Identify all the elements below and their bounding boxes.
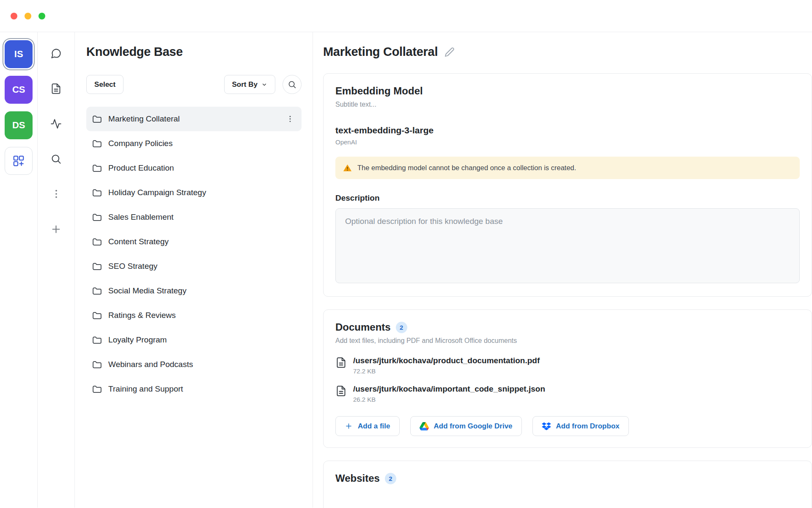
folder-row-content-strategy[interactable]: Content Strategy xyxy=(86,229,302,254)
folder-row-seo-strategy[interactable]: SEO Strategy xyxy=(86,254,302,279)
add-from-dropbox-button[interactable]: Add from Dropbox xyxy=(532,416,629,436)
folder-row-ratings-reviews[interactable]: Ratings & Reviews xyxy=(86,303,302,328)
file-row-important-code-snippet[interactable]: /users/jturk/kochava/important_code_snip… xyxy=(335,384,800,403)
folder-name: Marketing Collateral xyxy=(108,114,180,124)
folder-icon xyxy=(92,138,102,149)
folder-row-sales-enablement[interactable]: Sales Enablement xyxy=(86,205,302,229)
folder-row-holiday-campaign-strategy[interactable]: Holiday Campaign Strategy xyxy=(86,180,302,205)
folder-name: Product Education xyxy=(108,163,174,173)
nav-more-button[interactable] xyxy=(47,185,66,203)
document-icon xyxy=(50,83,62,94)
folder-name: Company Policies xyxy=(108,139,173,148)
documents-file-list: /users/jturk/kochava/product_documentati… xyxy=(335,356,800,403)
nav-add-button[interactable] xyxy=(47,220,66,238)
workspace-avatar-label: IS xyxy=(14,49,23,60)
plus-icon xyxy=(50,224,62,235)
file-size: 72.2 KB xyxy=(353,367,540,375)
folder-icon xyxy=(92,384,102,395)
add-file-button[interactable]: Add a file xyxy=(335,416,400,436)
close-window-button[interactable] xyxy=(11,13,17,19)
websites-count-badge: 2 xyxy=(385,473,396,484)
dropbox-icon xyxy=(542,422,551,431)
select-button[interactable]: Select xyxy=(86,75,123,94)
websites-card: Websites 2 xyxy=(323,461,812,508)
folder-row-marketing-collateral[interactable]: Marketing Collateral xyxy=(86,107,302,131)
more-vertical-icon xyxy=(51,188,62,199)
detail-panel: Marketing Collateral Embedding Model Sub… xyxy=(313,32,812,508)
workspace-avatar-label: DS xyxy=(12,120,25,131)
nav-activity-button[interactable] xyxy=(47,114,66,133)
embedding-model-card: Embedding Model Subtitle text... text-em… xyxy=(323,73,812,297)
folder-row-product-education[interactable]: Product Education xyxy=(86,156,302,180)
folder-row-webinars-and-podcasts[interactable]: Webinars and Podcasts xyxy=(86,352,302,377)
file-icon xyxy=(335,385,347,397)
grid-plus-icon xyxy=(12,155,25,167)
select-button-label: Select xyxy=(94,80,115,89)
documents-title: Documents xyxy=(335,321,391,333)
chat-bubble-icon xyxy=(50,48,62,59)
zoom-window-button[interactable] xyxy=(38,13,45,19)
add-from-google-drive-label: Add from Google Drive xyxy=(434,422,513,431)
folder-row-loyalty-program[interactable]: Loyalty Program xyxy=(86,328,302,352)
websites-title: Websites xyxy=(335,472,380,484)
list-header: Select Sort By xyxy=(86,75,302,94)
folder-icon xyxy=(92,163,102,174)
description-label: Description xyxy=(335,193,800,203)
folder-row-social-media-strategy[interactable]: Social Media Strategy xyxy=(86,279,302,303)
folder-icon xyxy=(92,237,102,247)
folder-icon xyxy=(92,335,102,345)
folder-icon xyxy=(92,359,102,370)
folder-name: Ratings & Reviews xyxy=(108,311,176,320)
nav-chat-button[interactable] xyxy=(47,44,66,63)
workspace-avatar-is[interactable]: IS xyxy=(5,40,33,68)
documents-actions: Add a file Add from Google Drive Add fro… xyxy=(335,416,800,436)
workspace-avatar-ds[interactable]: DS xyxy=(5,111,33,139)
folder-row-company-policies[interactable]: Company Policies xyxy=(86,131,302,156)
chevron-down-icon xyxy=(261,82,267,88)
add-from-google-drive-button[interactable]: Add from Google Drive xyxy=(410,416,522,436)
nav-rail xyxy=(38,32,75,508)
folder-icon xyxy=(92,114,102,124)
list-search-button[interactable] xyxy=(283,75,302,94)
plus-icon xyxy=(345,422,353,430)
file-size: 26.2 KB xyxy=(353,396,545,403)
description-input[interactable] xyxy=(335,208,800,283)
sort-by-button[interactable]: Sort By xyxy=(224,75,275,94)
file-path: /users/jturk/kochava/important_code_snip… xyxy=(353,384,545,394)
nav-search-button[interactable] xyxy=(47,149,66,168)
workspace-avatar-cs[interactable]: CS xyxy=(5,76,33,104)
minimize-window-button[interactable] xyxy=(25,13,31,19)
sort-by-label: Sort By xyxy=(232,80,258,89)
documents-card: Documents 2 Add text files, including PD… xyxy=(323,309,812,448)
folder-name: Training and Support xyxy=(108,384,183,394)
embedding-model-provider: OpenAI xyxy=(335,138,800,146)
nav-notes-button[interactable] xyxy=(47,79,66,98)
add-file-label: Add a file xyxy=(358,422,390,431)
activity-icon xyxy=(50,118,62,130)
add-from-dropbox-label: Add from Dropbox xyxy=(556,422,620,431)
app-window: IS CS DS Knowledge Base Select Sort By xyxy=(0,0,812,508)
documents-count-badge: 2 xyxy=(396,322,407,333)
folder-options-kebab-icon[interactable] xyxy=(284,113,296,125)
folder-name: Social Media Strategy xyxy=(108,286,187,295)
add-workspace-button[interactable] xyxy=(5,147,33,175)
detail-title: Marketing Collateral xyxy=(323,45,438,59)
file-path: /users/jturk/kochava/product_documentati… xyxy=(353,356,540,365)
warning-triangle-icon xyxy=(343,163,352,172)
edit-title-pencil-icon[interactable] xyxy=(444,47,455,57)
embedding-model-subtitle: Subtitle text... xyxy=(335,101,800,108)
folder-name: Loyalty Program xyxy=(108,335,167,345)
google-drive-icon xyxy=(420,422,429,431)
folder-row-training-and-support[interactable]: Training and Support xyxy=(86,377,302,401)
folder-icon xyxy=(92,188,102,198)
documents-subtitle: Add text files, including PDF and Micros… xyxy=(335,337,800,345)
file-icon xyxy=(335,357,347,368)
folder-icon xyxy=(92,286,102,296)
warning-text: The embedding model cannot be changed on… xyxy=(357,164,576,172)
folder-name: SEO Strategy xyxy=(108,262,157,271)
search-icon xyxy=(288,80,296,89)
file-row-product-documentation[interactable]: /users/jturk/kochava/product_documentati… xyxy=(335,356,800,375)
folder-icon xyxy=(92,212,102,223)
folder-name: Content Strategy xyxy=(108,237,169,246)
workspace-avatar-label: CS xyxy=(12,84,25,95)
